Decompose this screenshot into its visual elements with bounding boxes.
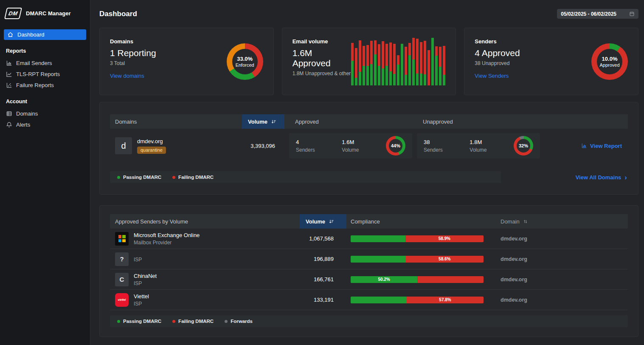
legend-forwards: Forwards xyxy=(225,319,253,324)
sidebar-item-failure-reports[interactable]: Failure Reports xyxy=(0,79,90,90)
view-senders-link[interactable]: View Senders xyxy=(475,73,509,79)
compliance-bar: 57.8% xyxy=(351,297,484,303)
sender-row-unknown[interactable]: ? ISP 196,889 58.6% dmdev.org xyxy=(110,249,628,269)
domain-sort-header[interactable]: Domain xyxy=(492,218,628,225)
approved-senders-donut-chart: 10.0% Approved xyxy=(591,43,628,80)
domain-volume-value: 3,393,096 xyxy=(242,143,284,149)
bar-chart-icon xyxy=(6,60,12,66)
email-volume-bar-chart xyxy=(351,38,446,85)
microsoft-logo-icon xyxy=(115,232,129,246)
unapproved-mini-donut: 32% xyxy=(514,136,533,156)
enforced-donut-chart: 33.0% Enforced xyxy=(227,43,263,80)
legend-failing-dmarc: Failing DMARC xyxy=(172,319,214,324)
sender-type: ISP xyxy=(134,280,157,286)
line-chart-icon xyxy=(6,71,12,77)
green-dot-icon xyxy=(117,176,120,179)
email-volume-card-value: 1.6M Approved xyxy=(292,48,351,68)
senders-legend: Passing DMARC Failing DMARC Forwards xyxy=(110,315,628,327)
summary-cards: Domains 1 Reporting 3 Total View domains… xyxy=(99,28,638,95)
view-all-domains-link[interactable]: View All Domains › xyxy=(576,174,627,181)
sender-type: ISP xyxy=(134,301,149,307)
domains-card: Domains 1 Reporting 3 Total View domains… xyxy=(99,28,274,95)
domains-panel: Domains Volume Approved Unapproved d dmd… xyxy=(99,102,638,195)
senders-card-title: Senders xyxy=(475,38,520,45)
question-mark-icon: ? xyxy=(115,252,129,266)
senders-card-value: 4 Approved xyxy=(475,48,520,58)
sidebar-section-reports: Reports xyxy=(0,48,90,54)
sender-row-chinanet[interactable]: C ChinaNet ISP 166,761 50.2% dmdev.org xyxy=(110,269,628,290)
domains-card-subtitle: 3 Total xyxy=(110,60,156,66)
date-range-value: 05/02/2025 - 06/02/2025 xyxy=(561,11,616,17)
sender-domain: dmdev.org xyxy=(492,277,628,283)
compliance-bar: 58.6% xyxy=(351,256,484,263)
senders-table-header: Approved Senders by Volume Volume Compli… xyxy=(110,214,628,229)
red-dot-icon xyxy=(172,320,175,323)
approved-senders-count: 4 xyxy=(296,139,315,145)
sender-name: ChinaNet xyxy=(134,273,157,279)
red-dot-icon xyxy=(172,176,175,179)
unapproved-stats-cell: 38 Senders 1.8M Volume 32% xyxy=(417,133,540,158)
sender-domain: dmdev.org xyxy=(492,297,628,303)
sender-name: Viettel xyxy=(134,293,149,300)
sender-name: Microsoft Exchange Online xyxy=(134,232,200,238)
senders-column-header: Approved Senders by Volume xyxy=(110,218,300,225)
approved-stats-cell: 4 Senders 1.6M Volume 44% xyxy=(289,133,412,158)
green-dot-icon xyxy=(117,320,120,323)
sender-row-viettel[interactable]: viettel Viettel ISP 133,191 57.8% dmdev.… xyxy=(110,290,628,310)
compliance-column-header: Compliance xyxy=(346,218,492,225)
chevron-right-icon: › xyxy=(624,174,627,181)
sidebar-item-dashboard[interactable]: Dashboard xyxy=(4,29,86,40)
legend-passing-dmarc: Passing DMARC xyxy=(117,175,161,180)
legend-passing-dmarc: Passing DMARC xyxy=(117,319,161,324)
dm-logo-icon: DM xyxy=(4,8,22,19)
bar-chart-icon xyxy=(581,143,587,149)
domains-table-header: Domains Volume Approved Unapproved xyxy=(110,114,628,129)
sidebar-item-tls-rpt-reports[interactable]: TLS-RPT Reports xyxy=(0,68,90,79)
sort-descending-icon xyxy=(271,119,276,124)
main-content: Dashboard 05/02/2025 - 06/02/2025 Domain… xyxy=(90,0,644,345)
approved-senders-panel: Approved Senders by Volume Volume Compli… xyxy=(99,205,638,337)
app-title: DMARC Manager xyxy=(26,10,70,17)
approved-volume-value: 1.6M xyxy=(342,139,359,145)
unapproved-column-header: Unapproved xyxy=(417,119,540,125)
letter-c-icon: C xyxy=(115,273,129,286)
unapproved-volume-value: 1.8M xyxy=(470,139,487,145)
home-icon xyxy=(7,31,14,38)
domain-table-row[interactable]: d dmdev.org quarantine 3,393,096 4 Sende… xyxy=(110,133,628,158)
email-volume-card: Email volume 1.6M Approved 1.8M Unapprov… xyxy=(282,28,456,95)
date-range-picker[interactable]: 05/02/2025 - 06/02/2025 xyxy=(557,9,638,19)
sidebar: DM DMARC Manager Dashboard Reports Email… xyxy=(0,0,90,345)
sidebar-item-domains[interactable]: Domains xyxy=(0,108,90,119)
domains-volume-sort-header[interactable]: Volume xyxy=(242,114,284,129)
bell-icon xyxy=(6,122,12,128)
email-volume-card-title: Email volume xyxy=(292,38,351,45)
sender-row-microsoft[interactable]: Microsoft Exchange Online Mailbox Provid… xyxy=(110,229,628,249)
email-volume-card-subtitle: 1.8M Unapproved & other xyxy=(292,71,351,76)
sender-type: ISP xyxy=(134,257,142,263)
sender-volume: 166,761 xyxy=(300,276,346,283)
app-logo: DM DMARC Manager xyxy=(0,0,90,29)
enforced-donut-value: 33.0% xyxy=(237,56,253,62)
view-domains-link[interactable]: View domains xyxy=(110,73,144,79)
sort-descending-icon xyxy=(329,219,334,224)
compliance-bar: 58.9% xyxy=(351,235,484,242)
approved-column-header: Approved xyxy=(289,119,412,125)
viettel-logo-icon: viettel xyxy=(115,293,129,307)
sender-volume: 1,067,568 xyxy=(300,235,346,242)
scatter-chart-icon xyxy=(6,82,12,88)
approved-donut-value: 10.0% xyxy=(602,56,618,62)
calendar-icon xyxy=(629,11,635,17)
view-report-link[interactable]: View Report xyxy=(581,143,628,149)
domain-name: dmdev.org xyxy=(137,138,166,144)
gray-dot-icon xyxy=(225,320,228,323)
senders-volume-sort-header[interactable]: Volume xyxy=(300,214,346,229)
sender-type: Mailbox Provider xyxy=(134,240,200,246)
senders-card: Senders 4 Approved 38 Unapproved View Se… xyxy=(464,28,638,95)
sender-volume: 196,889 xyxy=(300,256,346,262)
compliance-bar: 50.2% xyxy=(351,276,484,283)
domain-avatar: d xyxy=(115,137,132,154)
domains-legend: Passing DMARC Failing DMARC xyxy=(110,171,501,183)
approved-donut-label: Approved xyxy=(599,62,619,68)
sidebar-item-alerts[interactable]: Alerts xyxy=(0,119,90,130)
sidebar-item-email-senders[interactable]: Email Senders xyxy=(0,57,90,68)
